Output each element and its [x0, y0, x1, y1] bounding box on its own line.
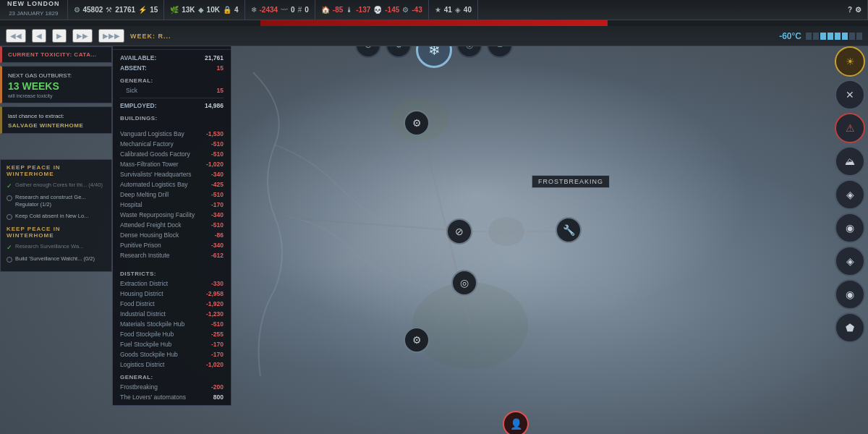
house-icon: 🏠	[321, 6, 330, 14]
resource-stars: ★ 41 ◈ 40	[429, 0, 478, 20]
building-value-4: -340	[211, 171, 224, 178]
map-icon-person-symbol: 👤	[510, 418, 522, 430]
rewind-fast-button[interactable]: ◀◀	[6, 29, 26, 43]
employed-row: EMPLOYED: 14,986	[120, 101, 224, 111]
building-2: Calibrated Goods Factory -510	[120, 149, 224, 159]
building-name-11: Punitive Prison	[120, 242, 161, 249]
forward-button[interactable]: ▶▶	[72, 29, 93, 43]
workers-icon: ⚙	[74, 6, 80, 14]
workers2-value: 21761	[115, 6, 135, 14]
frostbreaking-text: FROSTBREAKING	[538, 178, 603, 185]
map-icon-gear[interactable]: ⚙	[404, 110, 430, 136]
obj-item-2: Research and construct Ge... Regulator (…	[7, 194, 106, 208]
right-btn-alert[interactable]: ⚠	[835, 113, 865, 143]
building-12: Research Institute -612	[120, 250, 224, 260]
building-10: Dense Housing Block -86	[120, 230, 224, 240]
district-value-3: -1,230	[206, 310, 224, 318]
obj-item-1: ✓ Gather enough Cores for thi... (4/40)	[7, 182, 106, 190]
general-item-0: Frostbreaking -200	[120, 382, 224, 392]
right-btn-sun[interactable]: ☀	[835, 46, 865, 77]
lock-icon: 🔒	[223, 6, 231, 14]
circle-icon: ◉	[846, 222, 854, 234]
district-name-8: Logistics District	[120, 361, 164, 368]
general2-header-row: GENERAL:	[120, 370, 224, 382]
settings-section[interactable]: ? ⚙	[842, 0, 868, 20]
district-value-4: -510	[211, 320, 224, 328]
salvage-action[interactable]: SALVAGE WINTERHOME	[8, 122, 106, 129]
map-icon-wrench[interactable]: 🔧	[556, 217, 582, 243]
district-name-5: Food Stockpile Hub	[120, 331, 174, 338]
materials-icon: ◆	[198, 6, 204, 14]
alert-icon: ⚠	[846, 122, 855, 134]
building-9: Attended Freight Dock -510	[120, 220, 224, 230]
wave-value: 0	[291, 6, 295, 14]
building-name-0: Vanguard Logistics Bay	[120, 130, 184, 137]
map-icon-person[interactable]: 👤	[503, 411, 529, 434]
building-5: Automated Logistics Bay -425	[120, 179, 224, 190]
right-btn-close[interactable]: ✕	[835, 80, 865, 110]
obj-check-4: ✓	[7, 244, 12, 251]
district-8: Logistics District -1,020	[120, 359, 224, 370]
district-2: Food District -1,920	[120, 299, 224, 309]
hex-icon: ⬟	[846, 322, 854, 333]
obj-text-1: Gather enough Cores for thi... (4/40)	[15, 182, 103, 189]
workers2-icon: ⚒	[106, 6, 112, 14]
map-icon-target[interactable]: ◎	[451, 270, 477, 296]
building-value-6: -510	[211, 191, 224, 198]
general-item-value-0: -200	[211, 383, 224, 391]
district-value-2: -1,920	[206, 300, 224, 307]
diamond-value: 40	[464, 6, 472, 14]
map-icon-settings[interactable]: ⚙	[404, 327, 430, 353]
outburst-value: 13 WEEKS	[8, 80, 106, 92]
general-item-1: The Lovers' automatons 800	[120, 392, 224, 402]
obj-item-3: Keep Cold absent in New Lo...	[7, 213, 106, 220]
frostbreaking-label: FROSTBREAKING	[532, 175, 610, 188]
sick-row: Sick 15	[120, 85, 224, 95]
district-7: Goods Stockpile Hub -170	[120, 349, 224, 359]
toxicity-alert: CURRENT TOXICITY: CATA...	[0, 46, 112, 63]
right-btn-diamond[interactable]: ◈	[835, 179, 865, 210]
map-icon-ban[interactable]: ⊘	[446, 218, 472, 244]
house-value: -85	[333, 6, 343, 14]
hash-value: 0	[305, 6, 309, 14]
playback-bar: ◀◀ ◀ ▶ ▶▶ ▶▶▶ WEEK: R... -60°C	[0, 26, 868, 46]
question-icon[interactable]: ?	[848, 6, 852, 14]
right-btn-diamond2[interactable]: ◈	[835, 246, 865, 276]
obj-circle-2	[7, 195, 12, 201]
settings-icon[interactable]: ⚙	[855, 6, 861, 14]
temperature-bar	[806, 33, 862, 40]
districts-header-row: DISTRICTS:	[120, 266, 224, 278]
district-3: Industrial District -1,230	[120, 309, 224, 319]
sick-value: 15	[217, 87, 224, 94]
right-btn-circle2[interactable]: ◉	[835, 279, 865, 310]
temp-tick-1	[806, 33, 812, 40]
map-icon-target-symbol: ◎	[460, 277, 469, 289]
forward-fast-button[interactable]: ▶▶▶	[98, 29, 124, 43]
power-value: 15	[150, 6, 158, 14]
building-name-3: Mass-Filtration Tower	[120, 161, 179, 168]
right-btn-hex[interactable]: ⬟	[835, 312, 865, 343]
district-value-1: -2,958	[206, 290, 224, 297]
right-btn-circle[interactable]: ◉	[835, 213, 865, 243]
workforce-panel: ⚒ WORKFORCE AVAILABLE: 21,761 ABSENT: 15…	[112, 26, 231, 406]
right-btn-mountain[interactable]: ⛰	[835, 146, 865, 176]
building-value-11: -340	[211, 242, 224, 249]
close-icon: ✕	[846, 89, 854, 101]
district-5: Food Stockpile Hub -255	[120, 329, 224, 339]
district-value-5: -255	[211, 331, 224, 338]
svg-line-4	[275, 217, 470, 231]
salvage-alert[interactable]: last chance to extract: SALVAGE WINTERHO…	[0, 106, 112, 134]
food-icon: 🌿	[170, 6, 179, 14]
temp-tick-8	[856, 33, 862, 40]
building-name-4: Survivalists' Headquarters	[120, 171, 191, 178]
gear2-value: -43	[412, 6, 422, 14]
building-name-6: Deep Melting Drill	[120, 191, 169, 198]
obj-text-5: Build 'Surveillance Watcht... (0/2)	[15, 255, 95, 263]
district-name-2: Food District	[120, 300, 155, 307]
building-name-8: Waste Repurposing Facility	[120, 211, 195, 218]
play-button[interactable]: ▶	[52, 29, 67, 43]
available-label: AVAILABLE:	[120, 54, 156, 61]
rewind-button[interactable]: ◀	[32, 29, 46, 43]
buildings-label: BUILDINGS:	[120, 115, 158, 122]
employed-label: EMPLOYED:	[120, 102, 157, 109]
